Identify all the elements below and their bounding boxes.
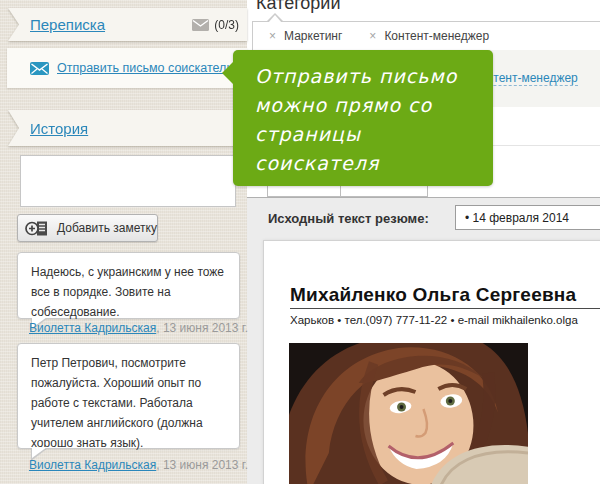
history-header: История	[8, 110, 247, 146]
history-link[interactable]: История	[30, 120, 88, 137]
category-tag: × Контент-менеджер	[369, 29, 489, 43]
note-meta: Виолетта Кадрильская, 13 июня 2013 г.	[29, 458, 248, 472]
tagbox-notch-fill	[268, 15, 282, 23]
resume-panel: Михайленко Ольга Сергеевна Харьков • тел…	[263, 240, 600, 484]
note-date: , 13 июня 2013 г.	[156, 458, 248, 472]
add-note-icon	[25, 220, 49, 237]
correspondence-link[interactable]: Переписка	[30, 16, 105, 33]
send-email-row[interactable]: Отправить письмо соискателю	[7, 48, 247, 88]
note-meta: Виолетта Кадрильская, 13 июня 2013 г.	[29, 321, 248, 335]
callout-line: соискателя	[255, 149, 483, 178]
category-tag: × Маркетинг	[269, 29, 342, 43]
note-bubble: Надеюсь, с украинским у нее тоже все в п…	[17, 252, 240, 319]
note-text: Надеюсь, с украинским у нее тоже все в п…	[31, 265, 224, 319]
name-underline	[290, 308, 600, 309]
candidate-name: Михайленко Ольга Сергеевна	[290, 284, 576, 306]
note-input[interactable]	[20, 155, 236, 207]
resume-date-option: • 14 февраля 2014	[465, 211, 569, 225]
note-text: Петр Петрович, посмотрите пожалуйста. Хо…	[31, 356, 203, 450]
candidate-photo	[289, 343, 528, 484]
tag-label: Контент-менеджер	[384, 29, 489, 43]
resume-date-select[interactable]: • 14 февраля 2014	[455, 205, 600, 230]
resume-source-bar: Исходный текст резюме: • 14 февраля 2014	[247, 197, 600, 237]
note-author-link[interactable]: Виолетта Кадрильская	[29, 321, 156, 335]
candidate-contacts: Харьков • тел.(097) 777-11-22 • e-mail m…	[290, 314, 578, 326]
callout-line: можно прямо со	[255, 91, 483, 120]
envelope-blue-icon	[30, 62, 49, 75]
correspondence-header: Переписка (0/3)	[8, 8, 247, 41]
note-bubble: Петр Петрович, посмотрите пожалуйста. Хо…	[17, 343, 240, 449]
applicant-profile-page: Категории × Маркетинг × Контент-менеджер…	[0, 0, 600, 484]
tooltip-callout: Отправить письмо можно прямо со страницы…	[233, 50, 493, 186]
callout-line: страницы	[255, 120, 483, 149]
remove-tag-icon[interactable]: ×	[269, 29, 276, 43]
unread-count: (0/3)	[214, 18, 239, 32]
note-date: , 13 июня 2013 г.	[156, 321, 248, 335]
add-note-button[interactable]: Добавить заметку	[17, 214, 158, 242]
callout-arrow-icon	[222, 62, 233, 84]
resume-source-label: Исходный текст резюме:	[268, 198, 429, 238]
remove-tag-icon[interactable]: ×	[369, 29, 376, 43]
add-note-label: Добавить заметку	[57, 221, 157, 235]
envelope-gray-icon	[192, 19, 209, 31]
send-email-link[interactable]: Отправить письмо соискателю	[57, 61, 236, 75]
note-author-link[interactable]: Виолетта Кадрильская	[29, 458, 156, 472]
sidebar: Переписка (0/3) Отправить письмо соискат…	[0, 0, 247, 484]
callout-line: Отправить письмо	[255, 62, 483, 91]
tag-label: Маркетинг	[284, 29, 342, 43]
categories-title: Категории	[256, 0, 340, 14]
